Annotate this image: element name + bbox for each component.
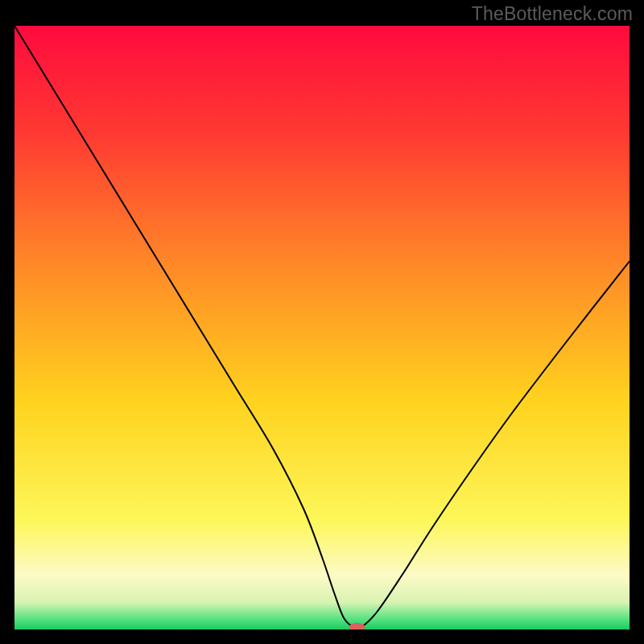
chart-border	[630, 26, 644, 630]
chart-frame: TheBottleneck.com	[0, 0, 644, 644]
bottleneck-chart	[0, 0, 644, 644]
watermark-text: TheBottleneck.com	[472, 3, 633, 25]
chart-border	[0, 26, 14, 630]
chart-border	[0, 630, 644, 644]
plot-background	[14, 26, 630, 630]
